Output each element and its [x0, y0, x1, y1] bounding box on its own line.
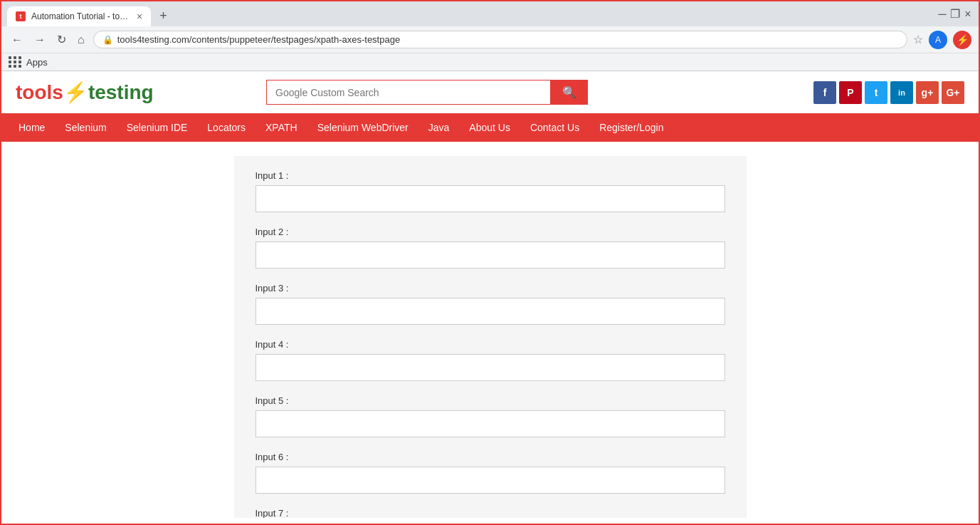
nav-about-us[interactable]: About Us — [459, 113, 520, 142]
search-input[interactable] — [266, 80, 551, 105]
linkedin-icon[interactable]: in — [890, 81, 913, 104]
input4-field[interactable] — [255, 354, 725, 381]
apps-button[interactable]: Apps — [9, 56, 971, 68]
tab-close-button[interactable]: × — [137, 11, 142, 22]
forward-button[interactable]: → — [31, 31, 48, 49]
bookmark-button[interactable]: ☆ — [913, 33, 923, 46]
form-group-3: Input 3 : — [255, 283, 725, 325]
profile-button[interactable]: A — [929, 31, 947, 49]
site-header: tools⚡testing 🔍 f P t in g+ G+ — [1, 71, 979, 113]
url-input[interactable] — [117, 34, 898, 45]
facebook-icon[interactable]: f — [813, 81, 836, 104]
social-icons: f P t in g+ G+ — [813, 81, 964, 104]
nav-selenium[interactable]: Selenium — [55, 113, 116, 142]
input1-label: Input 1 : — [255, 170, 725, 181]
site-logo: tools⚡testing — [16, 80, 154, 104]
new-tab-button[interactable]: + — [154, 6, 173, 26]
input1-field[interactable] — [255, 185, 725, 212]
site-wrapper: tools⚡testing 🔍 f P t in g+ G+ Home Sele… — [1, 71, 979, 518]
form-group-1: Input 1 : — [255, 170, 725, 212]
apps-grid-icon — [9, 56, 22, 68]
form-group-4: Input 4 : — [255, 339, 725, 381]
googleplus-icon[interactable]: g+ — [916, 81, 939, 104]
form-container: Input 1 : Input 2 : Input 3 : Input 4 : … — [234, 156, 747, 518]
maximize-button[interactable]: ❐ — [950, 9, 960, 19]
form-group-7: Input 7 : — [255, 508, 725, 518]
input2-field[interactable] — [255, 241, 725, 269]
reload-button[interactable]: ↻ — [54, 30, 69, 49]
input5-field[interactable] — [255, 410, 725, 437]
nav-home[interactable]: Home — [9, 113, 55, 142]
address-bar[interactable]: 🔒 — [93, 31, 907, 48]
nav-java[interactable]: Java — [418, 113, 460, 142]
apps-label: Apps — [26, 57, 48, 68]
input6-field[interactable] — [255, 467, 725, 494]
address-bar-row: ← → ↻ ⌂ 🔒 ☆ A ⚡ — [1, 26, 979, 53]
twitter-icon[interactable]: t — [865, 81, 887, 104]
input3-field[interactable] — [255, 298, 725, 325]
input2-label: Input 2 : — [255, 227, 725, 237]
close-button[interactable]: × — [963, 9, 973, 19]
form-group-5: Input 5 : — [255, 395, 725, 437]
browser-tab[interactable]: t Automation Tutorial - tools4testi × — [7, 6, 151, 26]
nav-selenium-ide[interactable]: Selenium IDE — [117, 113, 198, 142]
nav-xpath[interactable]: XPATH — [255, 113, 307, 142]
input6-label: Input 6 : — [255, 452, 725, 462]
search-button[interactable]: 🔍 — [551, 80, 588, 105]
nav-locators[interactable]: Locators — [197, 113, 255, 142]
pinterest-icon[interactable]: P — [839, 81, 862, 104]
logo-tools: tools — [16, 81, 63, 103]
nav-selenium-webdriver[interactable]: Selenium WebDriver — [307, 113, 418, 142]
nav-contact-us[interactable]: Contact Us — [520, 113, 589, 142]
nav-register-login[interactable]: Register/Login — [589, 113, 673, 142]
input4-label: Input 4 : — [255, 339, 725, 350]
tab-label: Automation Tutorial - tools4testi — [31, 11, 131, 21]
input7-label: Input 7 : — [255, 508, 725, 518]
google-icon[interactable]: G+ — [942, 81, 964, 104]
logo-lightning: ⚡ — [63, 81, 88, 103]
search-area: 🔍 — [266, 80, 588, 105]
logo-testing: testing — [88, 81, 154, 103]
input5-label: Input 5 : — [255, 395, 725, 406]
tab-favicon: t — [16, 11, 26, 21]
back-button[interactable]: ← — [9, 31, 26, 49]
page-content: Input 1 : Input 2 : Input 3 : Input 4 : … — [1, 142, 979, 518]
input3-label: Input 3 : — [255, 283, 725, 293]
security-icon: 🔒 — [102, 35, 113, 45]
main-nav: Home Selenium Selenium IDE Locators XPAT… — [1, 113, 979, 142]
form-group-2: Input 2 : — [255, 227, 725, 269]
home-button[interactable]: ⌂ — [75, 31, 88, 49]
bookmarks-bar: Apps — [1, 53, 979, 71]
window-controls: ─ ❐ × — [937, 9, 973, 24]
minimize-button[interactable]: ─ — [937, 9, 947, 19]
form-group-6: Input 6 : — [255, 452, 725, 494]
extension-button[interactable]: ⚡ — [953, 31, 971, 49]
